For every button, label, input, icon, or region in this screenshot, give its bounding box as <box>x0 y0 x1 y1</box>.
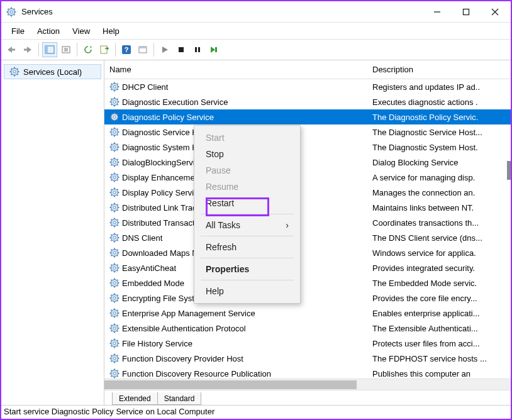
service-name: Diagnostic Execution Service <box>122 97 228 107</box>
service-description: Registers and updates IP ad.. <box>372 82 511 92</box>
service-description: Manages the connection an. <box>372 188 511 197</box>
table-row[interactable]: Diagnostic Execution ServiceExecutes dia… <box>104 94 511 109</box>
table-row[interactable]: Extensible Authentication ProtocolThe Ex… <box>104 321 511 336</box>
service-name: Enterprise App Management Service <box>122 309 255 318</box>
menu-item-label: Refresh <box>206 242 237 252</box>
table-row[interactable]: Diagnostic Service HostThe Diagnostic Se… <box>104 124 511 140</box>
menu-help[interactable]: Help <box>96 25 126 38</box>
horizontal-scrollbar[interactable] <box>104 379 511 390</box>
service-name: Function Discovery Resource Publication <box>122 369 271 379</box>
context-menu-restart[interactable]: Restart <box>194 195 300 211</box>
table-row[interactable]: Function Discovery Resource PublicationP… <box>104 366 511 379</box>
column-header-name[interactable]: Name <box>109 65 372 74</box>
context-menu-properties[interactable]: Properties <box>194 261 300 277</box>
menu-item-label: All Tasks <box>206 220 240 230</box>
menu-action[interactable]: Action <box>31 25 66 38</box>
list-body[interactable]: DHCP ClientRegisters and updates IP ad..… <box>104 79 511 379</box>
table-row[interactable]: Encrypting File System (EFS)Provides the… <box>104 290 511 306</box>
gear-icon <box>109 263 120 273</box>
start-service-button[interactable] <box>157 42 172 57</box>
context-menu-all-tasks[interactable]: All Tasks› <box>194 217 300 233</box>
service-description: Windows service for applica. <box>372 248 511 258</box>
context-menu-stop[interactable]: Stop <box>194 146 300 162</box>
gear-icon <box>109 218 120 228</box>
table-row[interactable]: Embedded ModeThe Embedded Mode servic. <box>104 275 511 290</box>
menu-item-label: Start <box>206 133 225 143</box>
menu-file[interactable]: File <box>5 25 31 38</box>
menu-item-label: Pause <box>206 165 231 175</box>
service-name: DNS Client <box>122 233 162 243</box>
menu-separator <box>201 258 294 258</box>
service-name: EasyAntiCheat <box>122 263 176 273</box>
export-list-button[interactable] <box>58 42 74 57</box>
gear-icon <box>109 202 120 213</box>
service-list-pane: Name Description DHCP ClientRegisters an… <box>104 60 511 405</box>
menu-separator <box>201 214 294 214</box>
table-row[interactable]: Enterprise App Management ServiceEnables… <box>104 306 511 321</box>
gear-icon <box>109 308 120 318</box>
help-button[interactable]: ? <box>119 42 134 57</box>
gear-icon <box>109 157 120 167</box>
svg-rect-14 <box>11 49 15 51</box>
show-hide-tree-button[interactable] <box>42 42 57 57</box>
tab-extended[interactable]: Extended <box>112 392 157 405</box>
service-description: Executes diagnostic actions . <box>372 97 511 107</box>
context-menu-help[interactable]: Help <box>194 283 300 299</box>
table-row[interactable]: Diagnostic System HostThe Diagnostic Sys… <box>104 140 511 155</box>
table-row[interactable]: Display Enhancement ServiceA service for… <box>104 170 511 185</box>
tabs-strip: Extended Standard <box>104 390 511 405</box>
menu-separator <box>201 236 294 236</box>
table-row[interactable]: Display Policy ServiceManages the connec… <box>104 185 511 200</box>
stop-service-button[interactable] <box>174 42 189 57</box>
refresh-button[interactable] <box>81 42 96 57</box>
context-menu-refresh[interactable]: Refresh <box>194 239 300 255</box>
menu-view[interactable]: View <box>66 25 96 38</box>
table-row[interactable]: Distributed Transaction CoordinatorCoord… <box>104 215 511 230</box>
status-text: Start service Diagnostic Policy Service … <box>4 407 214 416</box>
table-row[interactable]: Downloaded Maps ManagerWindows service f… <box>104 245 511 260</box>
maximize-button[interactable] <box>452 3 481 21</box>
service-name: Display Policy Service <box>122 188 203 197</box>
service-description: Dialog Blocking Service <box>372 158 511 167</box>
minimize-button[interactable] <box>423 3 452 21</box>
menubar: File Action View Help <box>1 23 511 39</box>
context-menu-start: Start <box>194 130 300 146</box>
svg-rect-25 <box>195 47 197 52</box>
table-row[interactable]: Diagnostic Policy ServiceThe Diagnostic … <box>104 109 511 124</box>
service-name: DialogBlockingService <box>122 158 203 167</box>
vertical-scrollbar-thumb[interactable] <box>507 161 511 180</box>
service-description: The Diagnostic Policy Servic. <box>372 113 511 122</box>
tab-standard[interactable]: Standard <box>157 392 202 405</box>
pause-service-button[interactable] <box>190 42 205 57</box>
table-row[interactable]: DialogBlockingServiceDialog Blocking Ser… <box>104 155 511 170</box>
close-button[interactable] <box>481 3 509 21</box>
properties-button[interactable] <box>135 42 150 57</box>
gear-icon <box>109 248 120 258</box>
gear-icon <box>109 368 120 379</box>
service-description: Enables enterprise applicati... <box>372 309 511 318</box>
svg-rect-24 <box>179 47 184 52</box>
service-description: Publishes this computer an <box>372 369 511 379</box>
list-header: Name Description <box>104 60 511 79</box>
table-row[interactable]: DHCP ClientRegisters and updates IP ad.. <box>104 79 511 94</box>
table-row[interactable]: Function Discovery Provider HostThe FDPH… <box>104 351 511 366</box>
forward-button[interactable] <box>20 42 35 57</box>
service-name: File History Service <box>122 339 192 348</box>
titlebar: Services <box>1 1 511 23</box>
gear-icon <box>109 127 120 137</box>
tree-item-services-local[interactable]: Services (Local) <box>4 64 101 79</box>
export-button[interactable] <box>97 42 112 57</box>
horizontal-scrollbar-thumb[interactable] <box>104 380 357 389</box>
table-row[interactable]: DNS ClientThe DNS Client service (dns... <box>104 230 511 245</box>
gear-icon <box>109 142 120 152</box>
tree-item-label: Services (Local) <box>23 67 82 77</box>
column-header-description[interactable]: Description <box>372 65 511 74</box>
table-row[interactable]: File History ServiceProtects user files … <box>104 336 511 351</box>
table-row[interactable]: Distributed Link Tracking ClientMaintain… <box>104 200 511 215</box>
restart-service-button[interactable] <box>206 42 221 57</box>
menu-item-label: Properties <box>206 264 249 274</box>
menu-item-label: Stop <box>206 149 224 159</box>
table-row[interactable]: EasyAntiCheatProvides integrated securit… <box>104 260 511 275</box>
back-button[interactable] <box>4 42 19 57</box>
service-description: Provides integrated security. <box>372 263 511 273</box>
